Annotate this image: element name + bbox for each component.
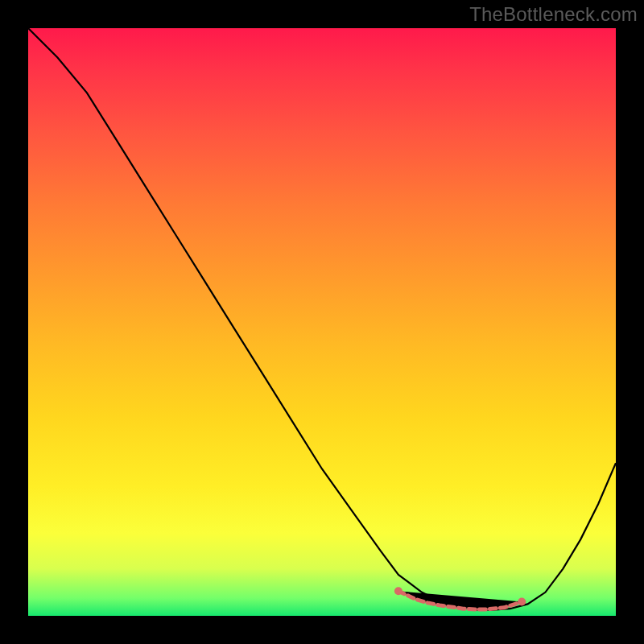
curve-svg xyxy=(28,28,616,616)
chart-frame: TheBottleneck.com xyxy=(0,0,644,644)
plot-area xyxy=(28,28,616,616)
optimal-range-dot xyxy=(518,598,526,606)
optimal-range-dot xyxy=(394,587,402,595)
optimal-range-markers xyxy=(394,587,526,609)
bottleneck-curve xyxy=(28,28,616,610)
optimal-range-line xyxy=(398,591,522,609)
watermark-text: TheBottleneck.com xyxy=(469,3,638,26)
